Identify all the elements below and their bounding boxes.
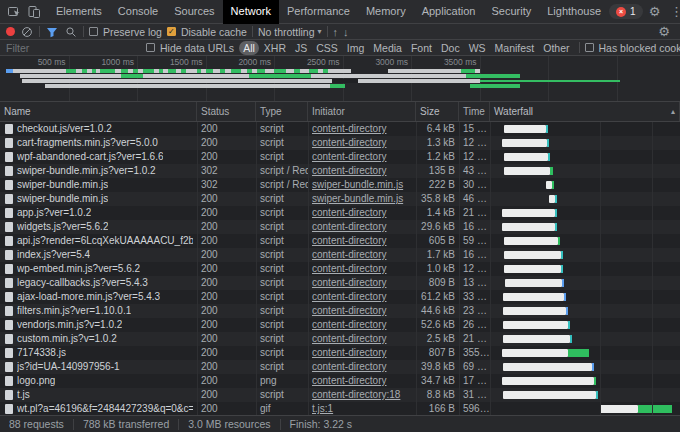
initiator-link[interactable]: content-directory [312, 207, 386, 218]
filter-type-media[interactable]: Media [369, 41, 406, 55]
table-row[interactable]: t.js200scriptcontent-directory:188.8 kB3… [0, 388, 680, 402]
initiator-link[interactable]: swiper-bundle.min.js [312, 193, 403, 204]
export-har-icon[interactable]: ↓ [343, 26, 349, 38]
initiator-link[interactable]: content-directory [312, 375, 386, 386]
filter-type-all[interactable]: All [239, 41, 259, 55]
timeline-overview[interactable]: 500 ms1000 ms1500 ms2000 ms2500 ms3000 m… [0, 56, 680, 102]
column-header-status[interactable]: Status [197, 102, 256, 121]
record-button[interactable] [6, 27, 15, 36]
initiator-link[interactable]: content-directory:18 [312, 389, 400, 400]
table-row[interactable]: vendorjs.min.js?v=1.0.2200scriptcontent-… [0, 318, 680, 332]
table-row[interactable]: swiper-bundle.min.js?ver=1.0.2302script … [0, 164, 680, 178]
tab-lighthouse[interactable]: Lighthouse [539, 0, 609, 24]
initiator-link[interactable]: t.js:1 [312, 403, 333, 414]
initiator-link[interactable]: content-directory [312, 333, 386, 344]
filter-type-xhr[interactable]: XHR [260, 41, 290, 55]
initiator-link[interactable]: content-directory [312, 249, 386, 260]
type-cell: script [256, 360, 308, 374]
initiator-link[interactable]: content-directory [312, 221, 386, 232]
error-badge[interactable]: × 1 [609, 4, 643, 19]
filter-type-manifest[interactable]: Manifest [491, 41, 539, 55]
table-row[interactable]: wt.pl?a=46196&f=2484427239&q=0&c=&p=http… [0, 402, 680, 415]
time-cell: 21 … [459, 206, 490, 220]
column-header-type[interactable]: Type [256, 102, 308, 121]
filter-type-css[interactable]: CSS [312, 41, 342, 55]
initiator-link[interactable]: content-directory [312, 361, 386, 372]
table-row[interactable]: index.js?ver=5.4200scriptcontent-directo… [0, 248, 680, 262]
more-menu-icon[interactable]: ⋮ [667, 1, 680, 23]
filter-type-js[interactable]: JS [291, 41, 311, 55]
import-har-icon[interactable]: ↑ [333, 26, 339, 38]
waterfall-cell [490, 374, 680, 388]
table-row[interactable]: swiper-bundle.min.js200scriptswiper-bund… [0, 192, 680, 206]
filter-type-doc[interactable]: Doc [437, 41, 464, 55]
throttling-select[interactable]: No throttling ▾ [258, 26, 322, 38]
tab-sources[interactable]: Sources [166, 0, 222, 24]
initiator-link[interactable]: content-directory [312, 305, 386, 316]
initiator-link[interactable]: content-directory [312, 347, 386, 358]
status-cell: 200 [197, 234, 256, 248]
table-row[interactable]: checkout.js/ver=1.0.2200scriptcontent-di… [0, 122, 680, 136]
table-row[interactable]: wpf-abandoned-cart.js?ver=1.6.6200script… [0, 150, 680, 164]
table-row[interactable]: cart-fragments.min.js?ver=5.0.0200script… [0, 136, 680, 150]
filter-type-other[interactable]: Other [539, 41, 573, 55]
table-row[interactable]: 7174338.js200scriptcontent-directory807 … [0, 346, 680, 360]
initiator-link[interactable]: content-directory [312, 277, 386, 288]
file-icon [5, 124, 13, 134]
tab-application[interactable]: Application [414, 0, 484, 24]
overview-bar [274, 69, 286, 73]
table-row[interactable]: widgets.js?ver=5.6.2200scriptcontent-dir… [0, 220, 680, 234]
tab-memory[interactable]: Memory [358, 0, 414, 24]
toolbar-separator [83, 26, 84, 37]
device-toolbar-icon[interactable] [24, 1, 44, 23]
initiator-link[interactable]: content-directory [312, 137, 386, 148]
initiator-link[interactable]: content-directory [312, 151, 386, 162]
filter-type-ws[interactable]: WS [465, 41, 490, 55]
initiator-link[interactable]: content-directory [312, 319, 386, 330]
column-header-size[interactable]: Size [416, 102, 459, 121]
tab-network[interactable]: Network [223, 0, 279, 24]
column-header-initiator[interactable]: Initiator [308, 102, 416, 121]
waterfall-download-bar [555, 209, 557, 217]
hide-data-urls-checkbox[interactable] [146, 43, 155, 52]
preserve-log-checkbox[interactable] [89, 27, 98, 36]
table-row[interactable]: js?id=UA-140997956-1200scriptcontent-dir… [0, 360, 680, 374]
tab-security[interactable]: Security [483, 0, 539, 24]
initiator-link[interactable]: content-directory [312, 123, 386, 134]
column-header-time[interactable]: Time [459, 102, 490, 121]
table-row[interactable]: custom.min.js?v=1.0.2200scriptcontent-di… [0, 332, 680, 346]
table-row[interactable]: wp-embed.min.js?ver=5.6.2200scriptconten… [0, 262, 680, 276]
table-row[interactable]: app.js?ver=1.0.2200scriptcontent-directo… [0, 206, 680, 220]
initiator-link[interactable]: content-directory [312, 263, 386, 274]
table-row[interactable]: ajax-load-more.min.js?ver=5.4.3200script… [0, 290, 680, 304]
column-header-waterfall[interactable]: Waterfall▴ [490, 102, 680, 121]
overview-gridline [617, 56, 618, 101]
initiator-link[interactable]: swiper-bundle.min.js [312, 179, 403, 190]
tab-console[interactable]: Console [110, 0, 166, 24]
overview-tick-label: 1000 ms [101, 57, 137, 67]
filter-type-img[interactable]: Img [343, 41, 369, 55]
settings-gear-icon[interactable]: ⚙ [645, 1, 665, 23]
table-row[interactable]: logo.png200pngcontent-directory34.7 kB17… [0, 374, 680, 388]
column-header-name[interactable]: Name [0, 102, 197, 121]
initiator-link[interactable]: content-directory [312, 165, 386, 176]
initiator-cell: content-directory [308, 248, 416, 262]
inspect-element-icon[interactable] [4, 1, 24, 23]
table-row[interactable]: filters.min.js?ver=1.10.0.1200scriptcont… [0, 304, 680, 318]
has-blocked-cookies-checkbox[interactable] [585, 43, 594, 52]
waterfall-cell [490, 360, 680, 374]
disable-cache-checkbox[interactable]: ✓ [167, 27, 176, 36]
filter-type-font[interactable]: Font [407, 41, 436, 55]
waterfall-cell [490, 346, 680, 360]
tab-performance[interactable]: Performance [279, 0, 358, 24]
request-name: index.js?ver=5.4 [17, 248, 90, 262]
initiator-link[interactable]: content-directory [312, 291, 386, 302]
table-row[interactable]: api.js?render=6LcqXekUAAAAACU_f2b7oM1ZqX… [0, 234, 680, 248]
filter-input[interactable] [6, 41, 141, 54]
initiator-link[interactable]: content-directory [312, 235, 386, 246]
type-cell: script [256, 346, 308, 360]
file-icon [5, 306, 13, 316]
table-row[interactable]: legacy-callbacks.js?ver=5.4.3200scriptco… [0, 276, 680, 290]
table-row[interactable]: swiper-bundle.min.js302script / Redi…swi… [0, 178, 680, 192]
waterfall-cell [490, 388, 680, 402]
